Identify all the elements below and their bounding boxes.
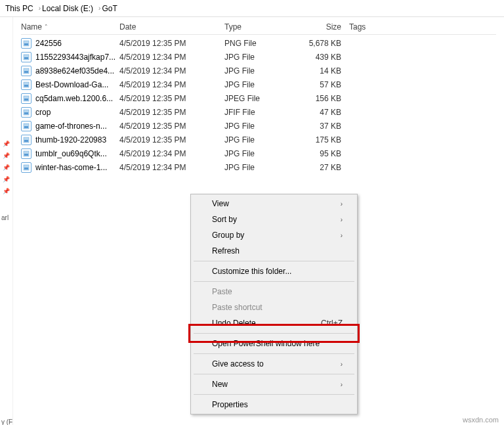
- file-name-cell: crop: [21, 107, 119, 118]
- nav-pane-fragment: 📌 📌 📌 📌 📌 arl y (F: [0, 17, 13, 425]
- file-size: 47 KB: [297, 108, 349, 117]
- file-size: 95 KB: [297, 149, 349, 158]
- pin-icon: 📌: [0, 164, 12, 171]
- file-size: 57 KB: [297, 80, 349, 89]
- breadcrumb-root[interactable]: This PC: [5, 4, 33, 13]
- file-date: 4/5/2019 12:34 PM: [119, 149, 224, 158]
- file-row[interactable]: tumblr_ou69q6Qtk...4/5/2019 12:34 PMJPG …: [21, 146, 496, 160]
- header-tags[interactable]: Tags: [349, 22, 402, 32]
- file-row[interactable]: crop4/5/2019 12:35 PMJFIF File47 KB: [21, 105, 496, 119]
- image-file-icon: [21, 79, 32, 90]
- menu-open-powershell[interactable]: Open PowerShell window here: [192, 336, 356, 351]
- pin-icon: 📌: [0, 188, 12, 194]
- menu-customize[interactable]: Customize this folder...: [192, 263, 356, 279]
- file-name-cell: tumblr_ou69q6Qtk...: [21, 148, 119, 159]
- menu-view[interactable]: View ›: [192, 196, 356, 212]
- pin-icon: 📌: [0, 141, 12, 147]
- file-row[interactable]: a8938e624ef035de4...4/5/2019 12:34 PMJPG…: [21, 64, 496, 78]
- file-size: 37 KB: [297, 122, 349, 131]
- menu-separator: [194, 374, 354, 374]
- file-row[interactable]: Best-Download-Ga...4/5/2019 12:34 PMJPG …: [21, 78, 496, 91]
- file-type: JPG File: [224, 80, 297, 89]
- file-size: 439 KB: [297, 53, 349, 62]
- file-name: crop: [35, 108, 51, 117]
- pin-icon: 📌: [0, 152, 12, 159]
- image-file-icon: [21, 52, 32, 62]
- file-name: thumb-1920-220983: [35, 135, 106, 145]
- file-row[interactable]: game-of-thrones-n...4/5/2019 12:35 PMJPG…: [21, 119, 496, 133]
- column-headers: Name ˄ Date Type Size Tags: [21, 22, 496, 35]
- svg-rect-3: [24, 57, 28, 59]
- menu-group-by-label: Group by: [212, 231, 244, 240]
- menu-undo-shortcut: Ctrl+Z: [321, 319, 343, 328]
- svg-rect-7: [24, 85, 28, 87]
- header-type[interactable]: Type: [224, 22, 297, 32]
- nav-label: arl: [0, 214, 12, 221]
- sort-ascending-icon: ˄: [45, 24, 48, 30]
- menu-paste-shortcut-label: Paste shortcut: [212, 303, 262, 312]
- file-type: JPG File: [224, 53, 297, 62]
- file-rows: 2425564/5/2019 12:35 PMPNG File5,678 KB1…: [21, 36, 496, 174]
- menu-properties-label: Properties: [212, 400, 248, 409]
- menu-give-access-label: Give access to: [212, 359, 264, 369]
- breadcrumb-folder[interactable]: GoT: [102, 4, 117, 13]
- svg-rect-5: [24, 71, 28, 73]
- header-date[interactable]: Date: [119, 22, 224, 32]
- svg-rect-19: [24, 168, 28, 169]
- image-file-icon: [21, 121, 32, 131]
- file-name: a8938e624ef035de4...: [35, 66, 114, 76]
- menu-separator: [194, 261, 354, 261]
- menu-separator: [194, 333, 354, 334]
- menu-new-label: New: [212, 380, 228, 389]
- breadcrumb[interactable]: This PC › Local Disk (E:) › GoT: [0, 0, 504, 17]
- nav-label: y (F: [0, 418, 12, 425]
- file-row[interactable]: 2425564/5/2019 12:35 PMPNG File5,678 KB: [21, 36, 496, 50]
- file-name: 242556: [35, 39, 62, 48]
- chevron-right-icon: ›: [341, 200, 343, 208]
- file-name-cell: game-of-thrones-n...: [21, 121, 119, 131]
- file-type: JPG File: [224, 149, 297, 158]
- file-type: JFIF File: [224, 108, 297, 117]
- file-name-cell: cq5dam.web.1200.6...: [21, 93, 119, 104]
- header-size[interactable]: Size: [297, 22, 349, 32]
- header-name-label: Name: [21, 22, 42, 32]
- menu-group-by[interactable]: Group by ›: [192, 227, 356, 243]
- file-date: 4/5/2019 12:35 PM: [119, 108, 224, 117]
- file-date: 4/5/2019 12:34 PM: [119, 66, 224, 76]
- image-file-icon: [21, 148, 32, 159]
- file-name: cq5dam.web.1200.6...: [35, 94, 113, 103]
- menu-separator: [194, 394, 354, 395]
- breadcrumb-drive[interactable]: Local Disk (E:): [42, 4, 93, 13]
- svg-rect-9: [24, 99, 28, 101]
- header-name[interactable]: Name ˄: [21, 22, 119, 32]
- menu-refresh-label: Refresh: [212, 246, 240, 256]
- file-date: 4/5/2019 12:34 PM: [119, 53, 224, 62]
- file-name-cell: Best-Download-Ga...: [21, 79, 119, 90]
- file-row[interactable]: cq5dam.web.1200.6...4/5/2019 12:35 PMJPE…: [21, 91, 496, 105]
- menu-separator: [194, 281, 354, 282]
- file-name: 11552293443ajfkap7...: [35, 53, 116, 62]
- svg-rect-13: [24, 126, 28, 128]
- file-type: JPG File: [224, 163, 297, 172]
- menu-new[interactable]: New ›: [192, 376, 356, 392]
- file-row[interactable]: 11552293443ajfkap7...4/5/2019 12:34 PMJP…: [21, 50, 496, 64]
- menu-sort-by[interactable]: Sort by ›: [192, 212, 356, 227]
- image-file-icon: [21, 162, 32, 173]
- file-type: JPG File: [224, 122, 297, 131]
- file-row[interactable]: winter-has-come-1...4/5/2019 12:34 PMJPG…: [21, 160, 496, 174]
- menu-refresh[interactable]: Refresh: [192, 243, 356, 259]
- menu-view-label: View: [212, 199, 229, 208]
- file-name-cell: 11552293443ajfkap7...: [21, 52, 119, 62]
- file-date: 4/5/2019 12:35 PM: [119, 39, 224, 48]
- menu-properties[interactable]: Properties: [192, 397, 356, 413]
- menu-paste: Paste: [192, 284, 356, 300]
- svg-rect-17: [24, 154, 28, 156]
- menu-give-access[interactable]: Give access to ›: [192, 356, 356, 372]
- file-type: PNG File: [224, 39, 297, 48]
- file-name-cell: thumb-1920-220983: [21, 135, 119, 145]
- file-name: winter-has-come-1...: [35, 163, 107, 172]
- file-name-cell: winter-has-come-1...: [21, 162, 119, 173]
- file-row[interactable]: thumb-1920-2209834/5/2019 12:35 PMJPG Fi…: [21, 133, 496, 146]
- file-date: 4/5/2019 12:35 PM: [119, 122, 224, 131]
- menu-undo-delete[interactable]: Undo Delete Ctrl+Z: [192, 315, 356, 331]
